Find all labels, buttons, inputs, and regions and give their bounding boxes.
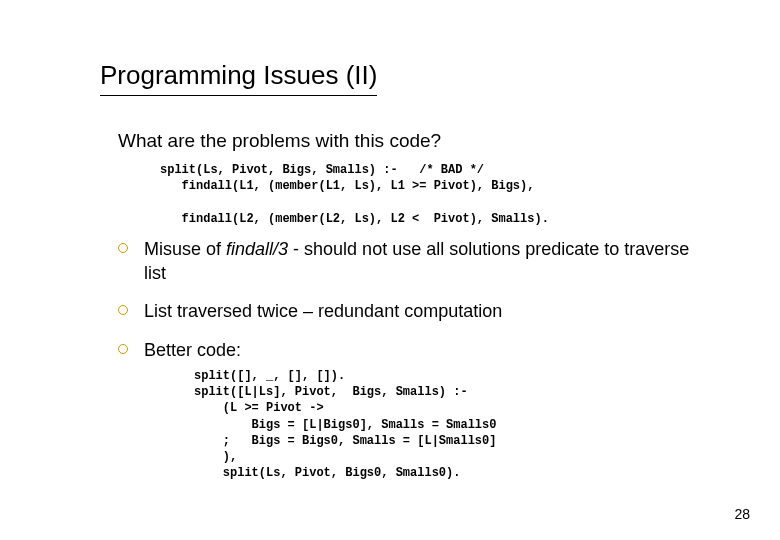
slide-title: Programming Issues (II) [100, 60, 377, 96]
page-number: 28 [734, 506, 750, 522]
lead-question: What are the problems with this code? [100, 130, 710, 152]
code-block-good: split([], _, [], []). split([L|Ls], Pivo… [144, 368, 710, 481]
slide: Programming Issues (II) What are the pro… [0, 0, 780, 481]
code-block-bad: split(Ls, Pivot, Bigs, Smalls) :- /* BAD… [100, 162, 710, 227]
bullet-text: Better code: [144, 340, 241, 360]
bullet-text-italic: findall/3 [226, 239, 288, 259]
bullet-list: Misuse of findall/3 - should not use all… [100, 237, 710, 482]
bullet-text: Misuse of [144, 239, 226, 259]
bullet-item: Better code: split([], _, [], []). split… [118, 338, 710, 482]
bullet-text: List traversed twice – redundant computa… [144, 301, 502, 321]
bullet-item: List traversed twice – redundant computa… [118, 299, 710, 323]
bullet-item: Misuse of findall/3 - should not use all… [118, 237, 710, 286]
